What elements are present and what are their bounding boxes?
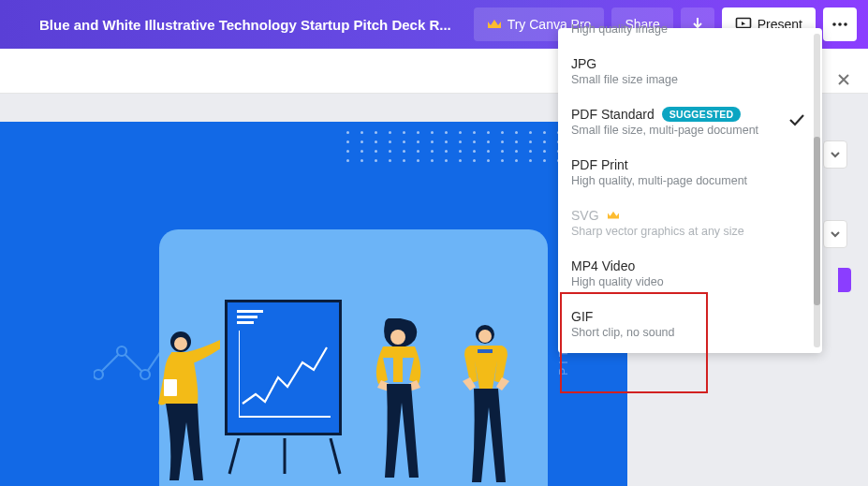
file-type-option-mp4[interactable]: MP4 Video High quality video — [558, 248, 822, 299]
svg-line-12 — [229, 438, 239, 474]
option-title: PDF Print — [571, 157, 783, 172]
chevron-down-icon — [830, 151, 841, 158]
option-subtitle: Small file size image — [571, 73, 783, 86]
more-button[interactable] — [823, 7, 857, 41]
file-type-option-svg[interactable]: SVG Sharp vector graphics at any size — [558, 198, 822, 248]
svg-point-2 — [838, 22, 842, 26]
svg-point-20 — [478, 330, 492, 343]
illustration-presenter — [145, 328, 220, 486]
side-dropdown-1[interactable] — [823, 140, 851, 169]
svg-point-4 — [94, 370, 103, 379]
decorative-dots: // generated via markup below — [346, 131, 581, 169]
scrollbar-thumb[interactable] — [814, 137, 820, 305]
document-title[interactable]: Blue and White Illustrative Technology S… — [11, 17, 466, 33]
svg-point-18 — [390, 330, 405, 345]
side-action-purple[interactable] — [838, 268, 851, 292]
slide[interactable]: // generated via markup below — [0, 122, 627, 486]
illustration-person-arms-crossed — [360, 318, 437, 486]
option-title: SVG — [571, 208, 783, 223]
file-type-option-pdf-print[interactable]: PDF Print High quality, multi-page docum… — [558, 147, 822, 198]
option-subtitle: High quality, multi-page document — [571, 174, 783, 187]
crown-icon — [607, 210, 620, 221]
option-subtitle: Short clip, no sound — [571, 326, 783, 339]
svg-rect-21 — [478, 349, 493, 353]
crown-icon — [487, 18, 502, 31]
svg-point-1 — [832, 22, 836, 26]
file-type-option-pdf-standard[interactable]: PDF Standard SUGGESTED Small file size, … — [558, 96, 822, 147]
chevron-down-icon — [830, 230, 841, 238]
option-subtitle: Sharp vector graphics at any size — [571, 225, 783, 238]
svg-point-3 — [844, 22, 847, 26]
option-title: GIF — [571, 309, 783, 324]
option-subtitle: High quality video — [571, 275, 783, 288]
option-title: PDF Standard SUGGESTED — [571, 107, 783, 122]
svg-point-16 — [174, 337, 187, 350]
suggested-badge: SUGGESTED — [662, 107, 742, 122]
panel-scrollbar[interactable] — [814, 34, 820, 347]
check-icon — [788, 113, 805, 130]
svg-point-5 — [117, 346, 126, 356]
option-subtitle: Small file size, multi-page document — [571, 124, 783, 137]
file-type-option-png-cut[interactable]: High quality image — [558, 22, 822, 46]
option-title: MP4 Video — [571, 258, 783, 273]
option-subtitle: High quality image — [571, 22, 783, 36]
file-type-option-jpg[interactable]: JPG Small file size image — [558, 46, 822, 96]
option-title: JPG — [571, 56, 783, 71]
close-panel-button[interactable] — [830, 66, 858, 94]
side-dropdown-2[interactable] — [823, 220, 851, 248]
download-format-menu: High quality image JPG Small file size i… — [558, 28, 822, 353]
close-icon — [836, 72, 851, 87]
presentation-easel — [225, 300, 351, 473]
illustration-person-hands-on-hips — [449, 323, 524, 486]
svg-rect-17 — [164, 379, 177, 396]
file-type-option-gif[interactable]: GIF Short clip, no sound — [558, 299, 822, 349]
svg-line-14 — [331, 438, 340, 474]
more-icon — [831, 22, 848, 26]
